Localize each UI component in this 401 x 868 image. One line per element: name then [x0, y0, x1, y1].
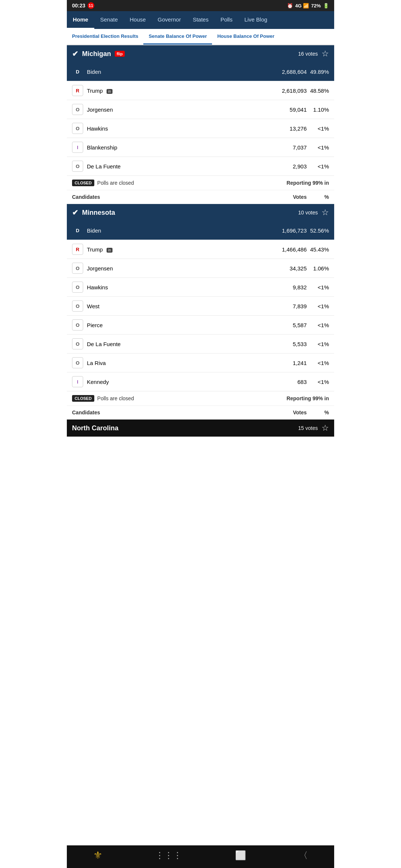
michigan-trump-pct: 48.58%: [307, 88, 329, 94]
minnesota-status-row: CLOSED Polls are closed Reporting 99% in: [67, 391, 334, 406]
minnesota-closed-badge: CLOSED: [72, 395, 94, 402]
pct-label: %: [307, 194, 329, 200]
subnav-house-balance[interactable]: House Balance Of Power: [212, 29, 280, 45]
michigan-biden-pct: 49.89%: [307, 69, 329, 75]
minnesota-hawkins-votes: 9,832: [270, 284, 307, 290]
michigan-delafuente-name: De La Fuente: [87, 163, 270, 170]
michigan-checkmark: ✔: [72, 49, 78, 58]
northcarolina-name: North Carolina: [72, 424, 118, 432]
time: 00:23: [72, 3, 85, 9]
minnesota-jorgensen-votes: 34,325: [270, 265, 307, 272]
minnesota-hawkins-name: Hawkins: [87, 284, 270, 290]
michigan-jorgensen-row: O Jorgensen 59,041 1.10%: [67, 100, 334, 119]
subnav-senate-balance[interactable]: Senate Balance Of Power: [143, 29, 212, 45]
minnesota-jorgensen-pct: 1.06%: [307, 265, 329, 272]
battery-icon: 🔋: [323, 3, 329, 9]
minnesota-trump-row: R Trump in 1,466,486 45.43%: [67, 240, 334, 259]
nav-senate[interactable]: Senate: [94, 11, 124, 29]
minnesota-west-party: O: [72, 300, 83, 312]
minnesota-west-row: O West 7,839 <1%: [67, 297, 334, 316]
minnesota-delafuente-name: De La Fuente: [87, 341, 270, 347]
michigan-blankenship-votes: 7,037: [270, 144, 307, 151]
nav-home[interactable]: Home: [67, 11, 94, 29]
minnesota-favorite-button[interactable]: ☆: [322, 208, 329, 217]
northcarolina-favorite-button[interactable]: ☆: [322, 423, 329, 433]
northcarolina-section: North Carolina 15 votes ☆: [67, 420, 334, 437]
minnesota-kennedy-party: I: [72, 376, 83, 387]
minnesota-hawkins-pct: <1%: [307, 284, 329, 290]
michigan-biden-votes: 2,688,604: [270, 69, 307, 75]
minnesota-trump-party: R: [72, 244, 83, 255]
minnesota-trump-votes: 1,466,486: [270, 246, 307, 253]
michigan-header: ✔ Michigan flip 16 votes ☆: [67, 45, 334, 62]
battery: 72%: [311, 3, 321, 9]
minnesota-biden-pct: 52.56%: [307, 227, 329, 234]
michigan-name: Michigan: [82, 50, 111, 58]
nav-house[interactable]: House: [124, 11, 151, 29]
michigan-blankenship-pct: <1%: [307, 144, 329, 151]
michigan-delafuente-votes: 2,903: [270, 163, 307, 170]
minnesota-biden-row: D Biden 1,696,723 52.56%: [67, 221, 334, 240]
minnesota-lariva-row: O La Riva 1,241 <1%: [67, 354, 334, 372]
michigan-delafuente-pct: <1%: [307, 163, 329, 170]
minnesota-lariva-name: La Riva: [87, 360, 270, 366]
michigan-hawkins-party: O: [72, 123, 83, 134]
minnesota-kennedy-votes: 683: [270, 379, 307, 385]
minnesota-biden-votes: 1,696,723: [270, 227, 307, 234]
signal-icon: 4G 📶: [295, 3, 309, 9]
minnesota-jorgensen-party: O: [72, 263, 83, 274]
michigan-trump-party: R: [72, 85, 83, 96]
nav-liveblog[interactable]: Live Blog: [238, 11, 273, 29]
minnesota-delafuente-party: O: [72, 338, 83, 349]
minnesota-jorgensen-row: O Jorgensen 34,325 1.06%: [67, 259, 334, 278]
michigan-favorite-button[interactable]: ☆: [322, 49, 329, 59]
michigan-jorgensen-party: O: [72, 104, 83, 115]
minnesota-trump-incumbent: in: [107, 248, 113, 253]
michigan-polls-closed-text: Polls are closed: [97, 180, 134, 186]
subnav-presidential[interactable]: Presidential Election Results: [67, 29, 143, 45]
michigan-blankenship-party: I: [72, 142, 83, 153]
minnesota-closed-status: CLOSED Polls are closed: [72, 395, 134, 402]
michigan-biden-row: D Biden 2,688,604 49.89%: [67, 62, 334, 81]
minnesota-biden-party: D: [72, 225, 83, 236]
minnesota-checkmark: ✔: [72, 208, 78, 217]
minnesota-west-name: West: [87, 303, 270, 309]
michigan-section: ✔ Michigan flip 16 votes ☆ D Biden 2,688…: [67, 45, 334, 190]
minnesota-hawkins-party: O: [72, 282, 83, 293]
minnesota-trump-name: Trump in: [87, 246, 270, 253]
minnesota-west-pct: <1%: [307, 303, 329, 309]
michigan-hawkins-votes: 13,276: [270, 125, 307, 132]
minnesota-section: ✔ Minnesota 10 votes ☆ D Biden 1,696,723…: [67, 204, 334, 406]
michigan-delafuente-party: O: [72, 161, 83, 172]
michigan-delafuente-row: O De La Fuente 2,903 <1%: [67, 157, 334, 176]
nav-states[interactable]: States: [187, 11, 215, 29]
michigan-trump-row: R Trump in 2,618,093 48.58%: [67, 81, 334, 100]
michigan-closed-status: CLOSED Polls are closed: [72, 180, 134, 186]
michigan-trump-votes: 2,618,093: [270, 88, 307, 94]
pct-label-3: %: [307, 410, 329, 415]
minnesota-polls-closed-text: Polls are closed: [97, 395, 134, 401]
status-left: 00:23 11: [72, 2, 94, 9]
michigan-trump-name: Trump in: [87, 88, 270, 94]
votes-label-3: Votes: [270, 410, 307, 415]
minnesota-pierce-party: O: [72, 319, 83, 331]
michigan-reporting: Reporting 99% in: [287, 180, 329, 186]
minnesota-reporting: Reporting 99% in: [287, 395, 329, 401]
michigan-jorgensen-pct: 1.10%: [307, 106, 329, 113]
nav-governor[interactable]: Governor: [152, 11, 187, 29]
minnesota-delafuente-votes: 5,533: [270, 341, 307, 347]
minnesota-lariva-party: O: [72, 357, 83, 368]
northcarolina-header: North Carolina 15 votes ☆: [67, 420, 334, 437]
status-right: ⏰ 4G 📶 72% 🔋: [287, 3, 329, 9]
minnesota-lariva-votes: 1,241: [270, 360, 307, 366]
minnesota-kennedy-pct: <1%: [307, 379, 329, 385]
minnesota-delafuente-row: O De La Fuente 5,533 <1%: [67, 335, 334, 354]
michigan-trump-incumbent: in: [107, 89, 113, 94]
minnesota-west-votes: 7,839: [270, 303, 307, 309]
nav-polls[interactable]: Polls: [215, 11, 239, 29]
minnesota-pierce-name: Pierce: [87, 322, 270, 328]
michigan-flip-badge: flip: [115, 51, 125, 57]
minnesota-pierce-row: O Pierce 5,587 <1%: [67, 316, 334, 335]
votes-label: Votes: [270, 194, 307, 200]
minnesota-delafuente-pct: <1%: [307, 341, 329, 347]
